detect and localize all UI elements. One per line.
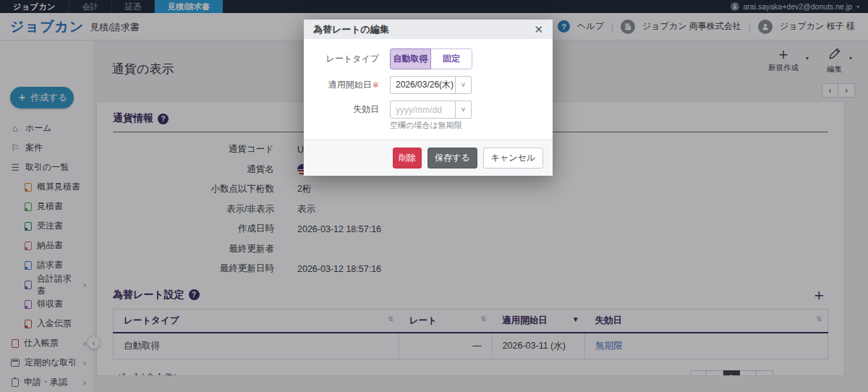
start-date-value: 2026/03/26(木) — [391, 77, 455, 93]
modal-footer: 削除 保存する キャンセル — [304, 140, 553, 176]
close-icon[interactable]: ✕ — [534, 24, 543, 35]
modal-header: 為替レートの編集 ✕ — [304, 20, 553, 39]
delete-button[interactable]: 削除 — [393, 148, 422, 169]
cancel-button[interactable]: キャンセル — [483, 148, 543, 169]
expiry-date-control: ˅ — [390, 101, 472, 119]
rate-type-toggle: 自動取得 固定 — [390, 48, 472, 69]
start-date-select[interactable]: 2026/03/26(木) ˅ — [390, 76, 472, 94]
required-mark: ※ — [373, 80, 379, 89]
rate-type-label: レートタイプ — [315, 53, 379, 65]
save-button[interactable]: 保存する — [427, 148, 477, 169]
expiry-date-input[interactable] — [391, 101, 455, 118]
expiry-note: 空欄の場合は無期限 — [390, 120, 541, 137]
start-date-label: 適用開始日※ — [315, 79, 379, 91]
chevron-down-icon[interactable]: ˅ — [455, 101, 471, 118]
chevron-down-icon[interactable]: ˅ — [455, 77, 471, 93]
rate-type-fixed-option[interactable]: 固定 — [431, 48, 472, 69]
edit-rate-modal: 為替レートの編集 ✕ レートタイプ 自動取得 固定 適用開始日※ 2026/03… — [304, 20, 553, 176]
modal-body: レートタイプ 自動取得 固定 適用開始日※ 2026/03/26(木) ˅ 失効… — [304, 39, 553, 140]
rate-type-auto-option[interactable]: 自動取得 — [390, 48, 431, 69]
expiry-label: 失効日 — [315, 103, 379, 116]
modal-title: 為替レートの編集 — [313, 23, 389, 36]
